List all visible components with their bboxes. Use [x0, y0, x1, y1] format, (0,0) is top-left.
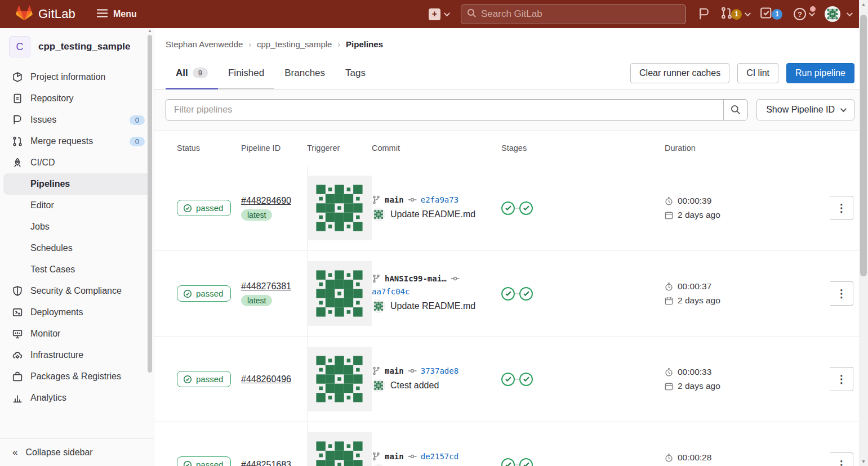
status-badge[interactable]: passed: [177, 371, 231, 387]
pipeline-kebab-menu-button[interactable]: ⋮: [830, 281, 853, 306]
sidebar-item-monitor[interactable]: Monitor: [0, 323, 154, 344]
stage-status-icon[interactable]: [519, 287, 533, 301]
stage-status-icon[interactable]: [501, 458, 515, 466]
header-triggerer: Triggerer: [307, 144, 372, 153]
status-badge[interactable]: passed: [177, 200, 231, 216]
sidebar-scroll-up-arrow[interactable]: ▲: [148, 29, 152, 33]
cloud-gear-icon: [12, 350, 23, 360]
triggerer-avatar[interactable]: [307, 165, 372, 250]
sidebar-item-pipelines[interactable]: Pipelines: [3, 173, 150, 195]
scroll-down-arrow[interactable]: ▼: [859, 457, 868, 466]
chevron-down-icon: [745, 10, 751, 16]
tab-finished[interactable]: Finished: [218, 57, 274, 89]
tab-branches[interactable]: Branches: [274, 57, 335, 89]
stopwatch-icon: [665, 454, 673, 462]
sidebar-item-schedules[interactable]: Schedules: [0, 238, 154, 259]
gitlab-tanuki-icon: [16, 5, 33, 23]
commit-author-avatar[interactable]: [372, 299, 385, 313]
pipeline-id-link[interactable]: #448284690: [241, 196, 291, 206]
branch-link[interactable]: hANSIc99-mai…: [385, 274, 447, 283]
pipeline-kebab-menu-button[interactable]: ⋮: [830, 367, 853, 391]
stage-status-icon[interactable]: [519, 373, 533, 386]
sidebar-item-merge-requests[interactable]: Merge requests 0: [0, 131, 154, 152]
commit-sha-link[interactable]: e2fa9a73: [421, 195, 459, 204]
latest-badge: latest: [241, 295, 272, 306]
stage-status-icon[interactable]: [519, 458, 533, 466]
pipeline-id-link[interactable]: #448276381: [241, 281, 291, 292]
tab-all[interactable]: All 9: [166, 57, 218, 89]
pipeline-id-link[interactable]: #448260496: [241, 374, 291, 384]
sidebar-item-cicd[interactable]: CI/CD: [0, 152, 154, 173]
user-menu-button[interactable]: [825, 6, 851, 22]
commit-author-avatar[interactable]: [372, 379, 385, 392]
sidebar-item-test-cases[interactable]: Test Cases: [0, 259, 154, 280]
scroll-up-arrow[interactable]: ▲: [859, 0, 868, 9]
pipeline-row: passed #448260496 main: [154, 336, 868, 422]
pipeline-id-link[interactable]: #448251683: [241, 460, 291, 466]
sidebar-item-security-compliance[interactable]: Security & Compliance: [0, 280, 154, 302]
breadcrumb-project[interactable]: cpp_testing_sample: [257, 39, 332, 49]
stage-connector: [515, 464, 519, 465]
status-icon: [183, 204, 192, 213]
commit-author-avatar[interactable]: [372, 464, 385, 466]
commit-message-link[interactable]: Update README.md: [390, 301, 475, 311]
user-avatar: [825, 6, 840, 22]
commit-message-link[interactable]: Ctest added: [390, 380, 439, 391]
header-status: Status: [177, 144, 241, 153]
new-item-dropdown[interactable]: +: [429, 8, 448, 20]
merge-request-icon: [721, 7, 732, 21]
merge-requests-shortcut-button[interactable]: 1: [721, 7, 749, 21]
run-pipeline-button[interactable]: Run pipeline: [786, 63, 854, 83]
sidebar-item-analytics[interactable]: Analytics: [0, 387, 154, 409]
status-badge[interactable]: passed: [177, 456, 231, 466]
clear-runner-caches-button[interactable]: Clear runner caches: [630, 63, 729, 83]
search-input[interactable]: [481, 8, 680, 20]
sidebar-item-packages-registries[interactable]: Packages & Registries: [0, 366, 154, 387]
issues-shortcut-button[interactable]: [698, 8, 710, 20]
todo-checkbox-icon: [760, 7, 773, 21]
stage-status-icon[interactable]: [501, 287, 515, 301]
commit-message-link[interactable]: Update README.md: [390, 209, 475, 219]
stage-status-icon[interactable]: [519, 201, 533, 215]
filter-search-button[interactable]: [723, 100, 747, 120]
page-scrollbar[interactable]: ▲ ▼: [859, 0, 868, 466]
table-header-row: Status Pipeline ID Triggerer Commit Stag…: [154, 131, 868, 165]
commit-sha-link[interactable]: de2157cd: [421, 452, 459, 461]
commit-author-avatar[interactable]: [372, 208, 385, 221]
pipeline-kebab-menu-button[interactable]: ⋮: [830, 452, 853, 466]
show-pipeline-id-dropdown[interactable]: Show Pipeline ID: [756, 99, 854, 120]
status-badge[interactable]: passed: [177, 285, 231, 302]
branch-link[interactable]: main: [385, 195, 404, 204]
pipeline-kebab-menu-button[interactable]: ⋮: [830, 196, 853, 220]
sidebar-item-issues[interactable]: Issues 0: [0, 109, 154, 131]
gitlab-logo[interactable]: GitLab: [16, 5, 75, 23]
sidebar-item-deployments[interactable]: Deployments: [0, 302, 154, 323]
project-header[interactable]: C cpp_testing_sample: [0, 28, 154, 64]
tab-tags[interactable]: Tags: [335, 57, 376, 89]
sidebar-scrollbar-thumb[interactable]: [148, 35, 152, 373]
help-menu-button[interactable]: ?: [794, 8, 813, 20]
sidebar-item-editor[interactable]: Editor: [0, 195, 154, 216]
stage-status-icon[interactable]: [501, 373, 515, 386]
sidebar-item-project-information[interactable]: Project information: [0, 66, 154, 88]
commit-sha-link[interactable]: 3737ade8: [421, 366, 459, 375]
todos-shortcut-button[interactable]: 1: [760, 7, 782, 21]
collapse-sidebar-button[interactable]: « Collapse sidebar: [0, 438, 154, 466]
branch-link[interactable]: main: [385, 452, 404, 461]
filter-pipelines-input[interactable]: [166, 100, 723, 120]
branch-link[interactable]: main: [385, 366, 404, 375]
sidebar-item-jobs[interactable]: Jobs: [0, 216, 154, 238]
triggerer-avatar[interactable]: [307, 250, 372, 336]
commit-icon: [408, 366, 417, 375]
scrollbar-thumb[interactable]: [860, 15, 867, 276]
ci-lint-button[interactable]: CI lint: [737, 63, 778, 83]
sidebar-item-infrastructure[interactable]: Infrastructure: [0, 344, 154, 366]
sidebar-item-repository[interactable]: Repository: [0, 88, 154, 109]
global-search[interactable]: [461, 5, 686, 24]
commit-sha-link[interactable]: aa7fc04c: [372, 287, 409, 296]
stage-status-icon[interactable]: [501, 201, 515, 215]
triggerer-avatar[interactable]: [307, 336, 372, 422]
menu-button[interactable]: Menu: [97, 9, 137, 20]
triggerer-avatar[interactable]: [307, 422, 372, 466]
breadcrumb-user[interactable]: Stephan Avenwedde: [166, 39, 243, 49]
